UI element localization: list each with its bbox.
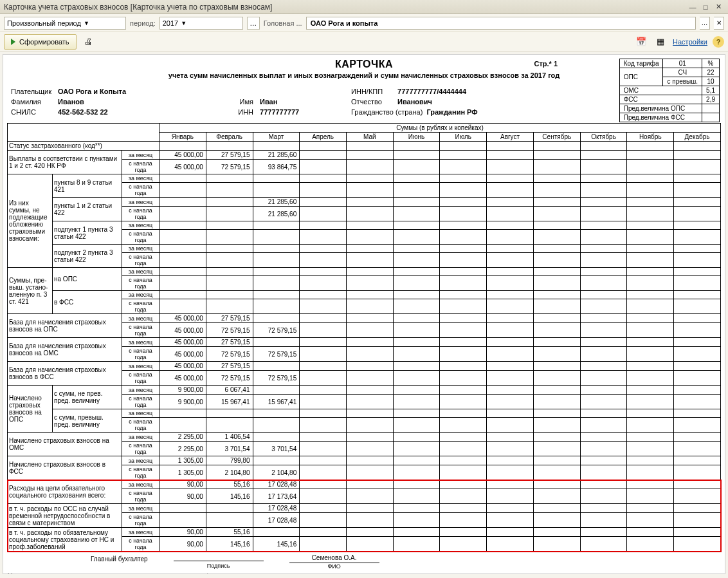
window-title: Карточка учета страховых взносов [Карточ… (4, 3, 687, 12)
footnote-1: (*) Дополнительные страницы заполняются … (7, 572, 721, 574)
calendar-icon[interactable]: 📅 (634, 35, 648, 49)
org-field[interactable]: ОАО Рога и копыта (306, 17, 696, 30)
period-value-combo[interactable]: 2017▼ (159, 17, 243, 30)
report-content: Стр.* 1 Код тарифа01% ОПССЧ22 с превыш.1… (3, 54, 725, 574)
org-clear-button[interactable]: ✕ (714, 17, 724, 30)
generate-button[interactable]: Сформировать (4, 34, 77, 50)
report-title: КАРТОЧКА (7, 59, 721, 70)
period-picker-button[interactable]: … (247, 17, 260, 30)
period-label: период: (130, 19, 156, 27)
maximize-button[interactable]: □ (700, 2, 711, 12)
signature-row: Главный бухгалтер Подпись Семенова О.А.Ф… (7, 555, 721, 570)
play-icon (11, 39, 15, 45)
settings-link[interactable]: Настройки (673, 38, 707, 46)
report-header: КАРТОЧКА учета сумм начисленных выплат и… (7, 59, 721, 79)
action-toolbar: Сформировать 🖨 📅 ▦ Настройки ? (0, 32, 728, 51)
period-type-combo[interactable]: Произвольный период▼ (4, 17, 126, 30)
print-icon[interactable]: 🖨 (82, 35, 96, 49)
report-subtitle: учета сумм начисленных выплат и иных воз… (7, 71, 721, 79)
page-number: Стр.* 1 (534, 60, 558, 68)
org-picker-button[interactable]: … (700, 17, 710, 30)
titlebar: Карточка учета страховых взносов [Карточ… (0, 0, 728, 14)
payer-block: ПлательщикОАО Рога и Копыта ИНН/КПП77777… (7, 86, 721, 118)
org-label: Головная ... (264, 19, 302, 27)
months-header: Суммы (в рублях и копейках) (159, 124, 721, 133)
close-button[interactable]: ✕ (713, 2, 724, 12)
tariff-box: Код тарифа01% ОПССЧ22 с превыш.10 ОМС5,1… (619, 59, 720, 122)
main-table: Суммы (в рублях и копейках) ЯнварьФеврал… (7, 123, 721, 552)
minimize-button[interactable]: — (687, 2, 698, 12)
toolbar: Произвольный период▼ период: 2017▼ … Гол… (0, 14, 728, 32)
grid-icon[interactable]: ▦ (653, 35, 668, 49)
help-icon[interactable]: ? (713, 36, 724, 48)
